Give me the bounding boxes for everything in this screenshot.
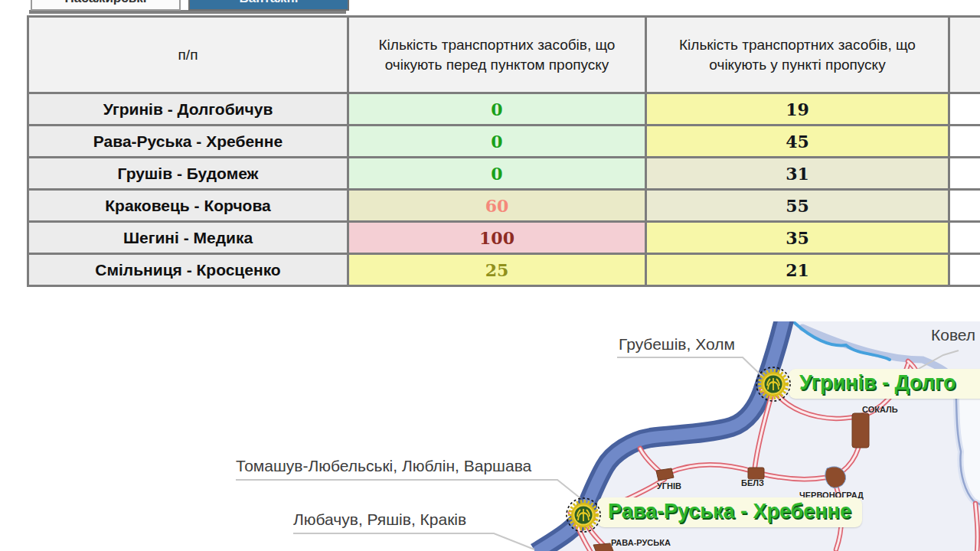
- callout-tomashuv-lublin-warszawa: Томашув-Любельські, Люблін, Варшава: [236, 457, 531, 475]
- waiting-inside-value: 21: [646, 254, 949, 286]
- extra-cell: [949, 158, 980, 190]
- checkpoint-name: Шегині - Медика: [28, 222, 348, 254]
- border-crossing-icon: [755, 366, 792, 403]
- extra-cell: [949, 93, 980, 126]
- extra-cell: [949, 222, 980, 254]
- border-queue-table: п/п Кількість транспортних засобів, що о…: [27, 15, 980, 287]
- tab-passenger[interactable]: Пасажирські: [31, 0, 181, 11]
- checkpoint-name: Грушів - Будомеж: [28, 158, 348, 190]
- table-row: Смільниця - Кросценко 25 21: [28, 254, 980, 286]
- header-extra: [949, 17, 980, 93]
- waiting-before-value: 100: [348, 222, 646, 254]
- extra-cell: [949, 126, 980, 158]
- table-header-row: п/п Кількість транспортних засобів, що о…: [28, 17, 980, 93]
- border-crossing-icon: [565, 497, 602, 533]
- town-label-sokal: СОКАЛЬ: [862, 405, 898, 414]
- checkpoint-name: Краковець - Корчова: [28, 190, 348, 222]
- waiting-before-value: 0: [348, 158, 646, 190]
- town-label-belz: БЕЛЗ: [741, 478, 764, 487]
- callout-hrubeshiv-kholm: Грубешів, Холм: [619, 335, 735, 354]
- map-checkpoint-label-rava-ruska: Рава-Руська - Хребенне: [597, 497, 862, 527]
- callout-lyubachuv-ryashiv-krakiv: Любачув, Ряшів, Краків: [293, 510, 466, 529]
- town-marker-chervonograd: [825, 467, 846, 488]
- waiting-inside-value: 31: [646, 158, 949, 190]
- town-marker-belz: [748, 468, 764, 479]
- table-row: Грушів - Будомеж 0 31: [28, 158, 980, 190]
- extra-cell: [949, 254, 980, 286]
- table-row: Рава-Руська - Хребенне 0 45: [28, 126, 980, 158]
- table-row: Краковець - Корчова 60 55: [28, 190, 980, 222]
- map-checkpoint-label-uhryniv: Угринів - Долго: [789, 369, 980, 399]
- extra-cell: [949, 190, 980, 222]
- waiting-inside-value: 19: [646, 93, 949, 126]
- checkpoint-name: Рава-Руська - Хребенне: [28, 126, 348, 158]
- tab-bar: Пасажирські Вантажні: [29, 0, 351, 11]
- table-row: Угринів - Долгобичув 0 19: [28, 93, 980, 126]
- town-marker-sokal: [852, 413, 869, 448]
- header-checkpoint: п/п: [28, 17, 348, 93]
- town-label-uhniv: УГНІВ: [657, 481, 681, 491]
- waiting-before-value: 60: [348, 190, 646, 222]
- waiting-before-value: 0: [348, 126, 646, 158]
- table-row: Шегині - Медика 100 35: [28, 222, 980, 254]
- checkpoint-name: Угринів - Долгобичув: [28, 93, 348, 126]
- callout-kovel: Ковел: [931, 326, 975, 344]
- border-region-map: Грубешів, Холм Ковел Томашув-Любельські,…: [0, 321, 980, 551]
- checkpoint-name: Смільниця - Кросценко: [28, 254, 348, 286]
- header-waiting-inside: Кількість транспортних засобів, що очіку…: [646, 17, 949, 93]
- tab-cargo[interactable]: Вантажні: [188, 0, 349, 11]
- header-waiting-before: Кількість транспортних засобів, що очіку…: [348, 17, 646, 93]
- waiting-inside-value: 35: [646, 222, 949, 254]
- waiting-inside-value: 55: [646, 190, 949, 222]
- waiting-before-value: 0: [348, 93, 646, 126]
- town-label-rava-ruska: РАВА-РУСЬКА: [611, 538, 671, 547]
- waiting-before-value: 25: [348, 254, 646, 286]
- waiting-inside-value: 45: [646, 126, 949, 158]
